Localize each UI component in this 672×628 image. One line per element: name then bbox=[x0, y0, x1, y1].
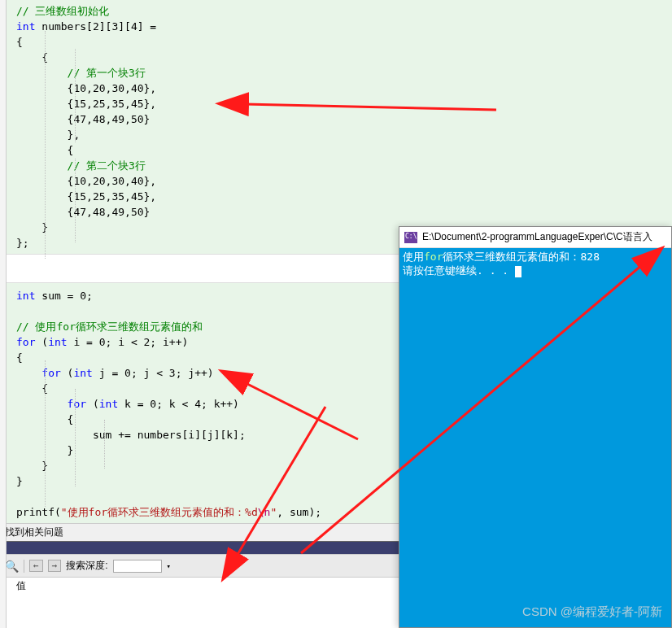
nav-prev-button[interactable]: ← bbox=[29, 560, 43, 572]
code-line: // 三维数组初始化 bbox=[0, 3, 672, 19]
search-icon[interactable]: 🔍 bbox=[5, 560, 19, 573]
code-line: { bbox=[0, 50, 672, 65]
dropdown-arrow-icon[interactable]: ▾ bbox=[167, 562, 171, 570]
code-line: {10,20,30,40}, bbox=[0, 173, 672, 189]
search-depth-dropdown[interactable] bbox=[113, 560, 162, 573]
code-line: {15,25,35,45}, bbox=[0, 96, 672, 111]
console-window[interactable]: E:\Document\2-programmLanguageExper\C\C语… bbox=[399, 226, 672, 628]
console-app-icon bbox=[404, 232, 417, 243]
code-line: {47,48,49,50} bbox=[0, 111, 672, 127]
code-line: { bbox=[0, 142, 672, 158]
code-line: int numbers[2][3][4] = bbox=[0, 19, 672, 34]
code-line: {15,25,35,45}, bbox=[0, 189, 672, 204]
code-line: // 第一个块3行 bbox=[0, 65, 672, 81]
code-line: {47,48,49,50} bbox=[0, 204, 672, 220]
code-line: // 第二个块3行 bbox=[0, 158, 672, 173]
divider bbox=[24, 560, 24, 573]
code-line: }, bbox=[0, 127, 672, 142]
console-title-text: E:\Document\2-programmLanguageExper\C\C语… bbox=[422, 230, 652, 244]
watermark: CSDN @编程爱好者-阿新 bbox=[522, 604, 662, 620]
code-line: {10,20,30,40}, bbox=[0, 81, 672, 96]
console-output[interactable]: 使用for循环求三维数组元素值的和：828 请按任意键继续. . . bbox=[399, 248, 671, 627]
code-editor-top[interactable]: // 三维数组初始化 int numbers[2][3][4] = { { //… bbox=[0, 0, 672, 254]
cursor-icon bbox=[515, 266, 521, 277]
gutter bbox=[0, 0, 7, 628]
search-depth-label: 搜索深度: bbox=[66, 559, 107, 573]
console-titlebar[interactable]: E:\Document\2-programmLanguageExper\C\C语… bbox=[399, 227, 671, 248]
nav-next-button[interactable]: → bbox=[48, 560, 62, 572]
code-line: { bbox=[0, 34, 672, 50]
